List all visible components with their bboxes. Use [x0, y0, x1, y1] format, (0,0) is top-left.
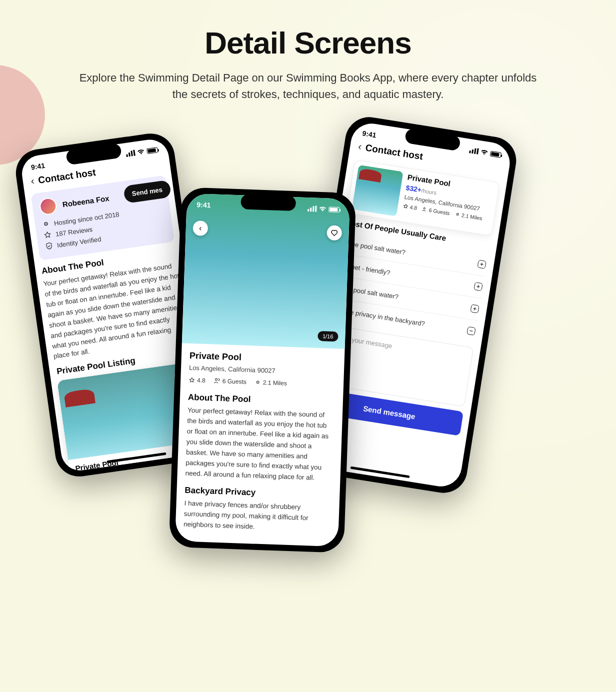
backyard-body: I have privacy fences and/or shrubbery s… [184, 498, 332, 535]
signal-icon [469, 147, 479, 154]
chevron-left-icon: ‹ [199, 224, 202, 232]
guests-icon [214, 378, 220, 384]
battery-icon [146, 147, 158, 154]
host-avatar [38, 196, 58, 216]
summary-rating: 4.8 [410, 204, 418, 211]
pin-icon [254, 379, 261, 386]
about-body: Your perfect getaway! Relax with the sou… [42, 260, 189, 362]
summary-guests: 6 Guests [428, 207, 450, 216]
device-notch [240, 194, 296, 211]
hero-image: 9:41 ‹ 1/16 [182, 194, 350, 349]
miles-value: 2.1 Miles [263, 379, 287, 387]
status-time: 9:41 [196, 200, 211, 209]
host-name: Robeena Fox [62, 194, 110, 208]
backyard-heading: Backyard Privacy [184, 486, 332, 500]
collapse-icon[interactable]: − [466, 326, 476, 336]
status-icons [126, 146, 158, 157]
wifi-icon [136, 148, 146, 156]
expand-icon[interactable]: + [477, 260, 486, 268]
expand-icon[interactable]: + [474, 282, 482, 291]
summary-image [352, 165, 404, 216]
signal-icon [308, 206, 316, 212]
expand-icon[interactable]: + [470, 304, 479, 313]
battery-icon [490, 150, 502, 158]
battery-icon [328, 206, 340, 212]
svg-point-2 [215, 378, 217, 380]
heart-icon [330, 229, 338, 238]
about-heading: About The Pool [188, 392, 336, 408]
reviews-count: 187 Reviews [55, 225, 93, 238]
back-icon[interactable]: ‹ [358, 140, 362, 152]
send-message-pill[interactable]: Send mes [123, 180, 172, 204]
back-icon[interactable]: ‹ [30, 175, 35, 187]
svg-point-1 [46, 223, 46, 224]
guests-icon [422, 206, 428, 212]
pin-icon [42, 220, 50, 229]
image-counter: 1/16 [318, 331, 338, 342]
svg-point-7 [457, 214, 458, 214]
pin-icon [454, 211, 460, 218]
svg-point-4 [258, 382, 258, 382]
pool-title: Private Pool [190, 350, 337, 366]
signal-icon [126, 150, 135, 157]
identity-verified: Identity Verified [56, 235, 102, 248]
home-indicator [350, 466, 410, 478]
svg-point-5 [424, 207, 426, 209]
star-icon [402, 203, 409, 210]
summary-miles: 2.1 Miles [461, 212, 482, 221]
summary-price-per: /hours [421, 188, 437, 196]
shield-icon [44, 242, 54, 250]
star-icon [188, 376, 195, 383]
star-icon [43, 230, 52, 240]
back-button[interactable]: ‹ [192, 220, 208, 236]
wifi-icon [480, 148, 489, 156]
wifi-icon [318, 206, 326, 212]
status-time: 9:41 [30, 162, 46, 172]
rating-value: 4.8 [197, 376, 206, 384]
about-body: Your perfect getaway! Relax with the sou… [185, 406, 334, 484]
favorite-button[interactable] [326, 225, 342, 240]
phone-mockup-2: 9:41 ‹ 1/16 Private Pool L [169, 187, 356, 553]
status-time: 9:41 [362, 129, 376, 139]
summary-price: $32+ [406, 184, 422, 194]
guests-value: 6 Guests [222, 378, 246, 386]
status-icons [308, 204, 340, 214]
pool-location: Los Angeles, California 90027 [189, 364, 336, 376]
pool-meta: 4.8 6 Guests 2.1 Miles [188, 376, 336, 388]
